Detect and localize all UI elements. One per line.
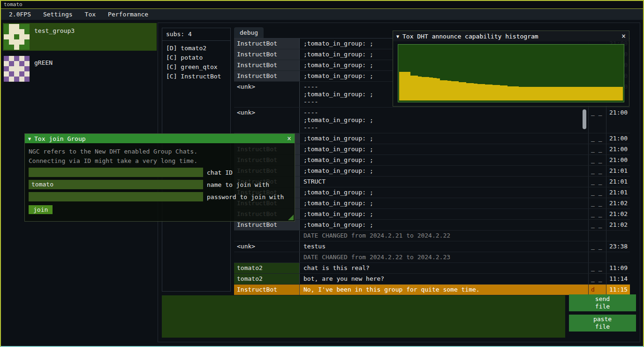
message-time [606, 231, 630, 241]
histogram-bar [414, 76, 418, 100]
chat-message-row[interactable]: <unk>testus_ _23:38 [234, 241, 630, 252]
window-titlebar[interactable]: tomato [1, 1, 643, 9]
histogram-bar [403, 72, 407, 100]
histogram-bar [481, 84, 485, 100]
group-item-gREEN[interactable]: gREEN [3, 55, 157, 83]
message-time: 11:09 [606, 263, 630, 273]
name-to-join-with-input[interactable]: tomato [29, 180, 203, 189]
message-sender: InstructBot [234, 60, 300, 70]
histogram-bar [433, 78, 437, 100]
tab-debug[interactable]: debug [234, 27, 264, 38]
join-group-title: Tox join Group [34, 135, 86, 142]
join-info-text: NGC refers to the New DHT enabled Group … [29, 147, 291, 166]
join-group-window: ▼ Tox join Group × NGC refers to the New… [24, 133, 295, 222]
histogram-bar [582, 87, 586, 100]
dht-histogram-titlebar[interactable]: ▼ Tox DHT announce capability histogram … [393, 31, 629, 41]
subs-list-item[interactable]: [D] tomato2 [166, 44, 227, 53]
histogram-bar [492, 85, 496, 100]
date-separator-row[interactable]: DATE CHANGED from 2024.2.21 to 2024.2.22 [234, 231, 630, 241]
subs-list: [D] tomato2[C] potato[C] green_qtox[C] I… [162, 41, 230, 84]
date-separator-row[interactable]: DATE CHANGED from 2024.2.22 to 2024.2.23 [234, 252, 630, 263]
chat-message-row[interactable]: tomato2chat is this real?_ _11:09 [234, 263, 630, 274]
message-flags: d [589, 285, 606, 295]
password-to-join-with-input[interactable] [29, 192, 203, 201]
histogram-bar [474, 84, 477, 100]
close-icon[interactable]: × [621, 33, 626, 39]
menu-item-performance[interactable]: Performance [102, 9, 154, 20]
histogram-bar [504, 85, 508, 100]
histogram-bar [548, 87, 552, 100]
dht-histogram-body [393, 41, 629, 105]
collapse-arrow-icon[interactable]: ▼ [28, 136, 31, 141]
join-button[interactable]: join [29, 205, 53, 214]
histogram-bar [489, 85, 492, 100]
message-sender: InstructBot [234, 285, 300, 295]
message-flags: _ _ [589, 133, 606, 144]
subs-list-item[interactable]: [C] green_qtox [166, 62, 227, 72]
chat-message-row[interactable]: <unk>----;tomato_in_group: ;----_ _21:00 [234, 108, 630, 133]
subs-list-item[interactable]: [C] InstructBot [166, 72, 227, 81]
histogram-bar [526, 87, 530, 100]
message-flags: _ _ [589, 198, 606, 208]
histogram-bar [522, 87, 526, 100]
message-flags: _ _ [589, 108, 606, 133]
message-sender: <unk> [234, 82, 300, 107]
histogram-bar [615, 87, 619, 100]
group-list: test_group3gREEN [3, 23, 157, 87]
message-time: 21:00 [606, 155, 630, 165]
histogram-bar [533, 87, 537, 100]
message-input[interactable] [162, 295, 565, 338]
message-flags [589, 252, 606, 262]
message-text: No, I've been in this group for quite so… [300, 285, 589, 295]
collapse-arrow-icon[interactable]: ▼ [396, 34, 399, 39]
join-field-row: password to join with [29, 192, 291, 201]
group-avatar [4, 56, 30, 82]
histogram-bar [612, 87, 615, 100]
app-window: tomato 2.0FPSSettingsToxPerformance test… [0, 0, 644, 347]
chat-message-row[interactable]: tomato2bot, are you new here?_ _11:14 [234, 274, 630, 285]
send-file-label-line1: send [595, 295, 610, 303]
resize-grip-icon[interactable] [288, 215, 294, 220]
message-time: 21:01 [606, 187, 630, 198]
histogram-bar [508, 86, 511, 100]
chat-scrollbar[interactable] [583, 109, 586, 129]
histogram-bar [485, 85, 489, 100]
histogram-bar [511, 86, 515, 100]
date-changed-text: DATE CHANGED from 2024.2.22 to 2024.2.23 [300, 252, 589, 262]
histogram-bar [410, 76, 414, 100]
histogram-bar [459, 82, 462, 100]
histogram-bar [604, 87, 608, 100]
field-label: password to join with [207, 193, 284, 200]
send-file-button[interactable]: send file [569, 294, 636, 311]
histogram-bar [451, 81, 455, 100]
menu-item-tox[interactable]: Tox [79, 9, 102, 20]
message-flags: _ _ [589, 241, 606, 252]
join-fields: chat IDtomatoname to join withpassword t… [29, 168, 291, 201]
message-sender [234, 231, 300, 241]
histogram-bar [477, 84, 481, 100]
histogram-bar [496, 85, 500, 100]
join-group-titlebar[interactable]: ▼ Tox join Group × [25, 134, 295, 143]
histogram-bar [608, 87, 612, 100]
message-text: STRUCT [300, 177, 589, 187]
message-sender: InstructBot [234, 39, 300, 49]
histogram-bar [586, 87, 590, 100]
histogram-bar [455, 81, 459, 100]
close-icon[interactable]: × [287, 135, 291, 142]
menu-item-settings[interactable]: Settings [37, 9, 79, 20]
group-item-test_group3[interactable]: test_group3 [3, 23, 157, 51]
subs-list-item[interactable]: [C] potato [166, 53, 227, 62]
histogram-bar [619, 87, 623, 100]
paste-file-button[interactable]: paste file [569, 315, 636, 332]
subs-header: subs: 4 [162, 28, 230, 41]
message-sender: InstructBot [234, 71, 300, 81]
histogram-bar [541, 87, 545, 100]
dht-histogram-window: ▼ Tox DHT announce capability histogram … [393, 31, 629, 107]
histogram-bar [560, 87, 563, 100]
chat-message-row[interactable]: InstructBotNo, I've been in this group f… [234, 285, 630, 295]
chat-ID-input[interactable] [29, 168, 203, 177]
histogram-bar [552, 87, 556, 100]
field-label: name to join with [207, 181, 269, 188]
histogram-bar [407, 72, 410, 100]
message-flags: _ _ [589, 144, 606, 154]
